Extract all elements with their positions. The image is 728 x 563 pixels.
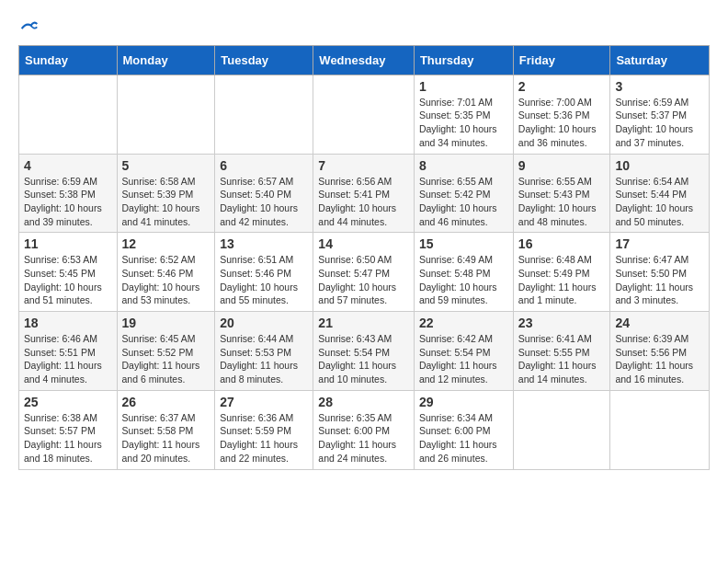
calendar-week-row: 18Sunrise: 6:46 AM Sunset: 5:51 PM Dayli… bbox=[19, 312, 710, 391]
calendar-cell: 5Sunrise: 6:58 AM Sunset: 5:39 PM Daylig… bbox=[117, 154, 215, 233]
day-number: 18 bbox=[24, 316, 112, 330]
day-info: Sunrise: 6:42 AM Sunset: 5:54 PM Dayligh… bbox=[419, 332, 508, 386]
day-number: 17 bbox=[615, 236, 704, 251]
day-info: Sunrise: 6:56 AM Sunset: 5:41 PM Dayligh… bbox=[318, 175, 409, 229]
day-number: 13 bbox=[220, 236, 308, 251]
calendar-cell: 1Sunrise: 7:01 AM Sunset: 5:35 PM Daylig… bbox=[414, 75, 513, 154]
calendar-week-row: 25Sunrise: 6:38 AM Sunset: 5:57 PM Dayli… bbox=[19, 390, 710, 469]
day-number: 9 bbox=[518, 158, 606, 173]
calendar-cell: 22Sunrise: 6:42 AM Sunset: 5:54 PM Dayli… bbox=[414, 312, 513, 391]
calendar-table: SundayMondayTuesdayWednesdayThursdayFrid… bbox=[18, 45, 710, 470]
day-number: 23 bbox=[518, 316, 606, 330]
day-info: Sunrise: 7:00 AM Sunset: 5:36 PM Dayligh… bbox=[518, 96, 606, 150]
day-info: Sunrise: 6:41 AM Sunset: 5:55 PM Dayligh… bbox=[518, 332, 606, 386]
day-number: 28 bbox=[318, 395, 409, 409]
calendar-cell bbox=[610, 390, 710, 469]
day-number: 20 bbox=[220, 316, 308, 330]
weekday-header: Wednesday bbox=[313, 45, 415, 75]
calendar-cell: 18Sunrise: 6:46 AM Sunset: 5:51 PM Dayli… bbox=[19, 312, 118, 391]
day-info: Sunrise: 6:48 AM Sunset: 5:49 PM Dayligh… bbox=[518, 253, 606, 307]
day-info: Sunrise: 6:36 AM Sunset: 5:59 PM Dayligh… bbox=[220, 411, 308, 465]
day-number: 29 bbox=[419, 395, 508, 409]
weekday-header: Thursday bbox=[414, 45, 513, 75]
calendar-cell: 17Sunrise: 6:47 AM Sunset: 5:50 PM Dayli… bbox=[610, 233, 710, 312]
day-number: 1 bbox=[419, 79, 508, 94]
day-info: Sunrise: 7:01 AM Sunset: 5:35 PM Dayligh… bbox=[419, 96, 508, 150]
day-number: 4 bbox=[24, 158, 112, 173]
day-info: Sunrise: 6:51 AM Sunset: 5:46 PM Dayligh… bbox=[220, 253, 308, 307]
calendar-cell: 6Sunrise: 6:57 AM Sunset: 5:40 PM Daylig… bbox=[215, 154, 313, 233]
day-number: 14 bbox=[318, 236, 409, 251]
day-info: Sunrise: 6:39 AM Sunset: 5:56 PM Dayligh… bbox=[615, 332, 704, 386]
day-number: 7 bbox=[318, 158, 409, 173]
calendar-cell: 13Sunrise: 6:51 AM Sunset: 5:46 PM Dayli… bbox=[215, 233, 313, 312]
day-number: 25 bbox=[24, 395, 112, 409]
day-info: Sunrise: 6:43 AM Sunset: 5:54 PM Dayligh… bbox=[318, 332, 409, 386]
calendar-week-row: 11Sunrise: 6:53 AM Sunset: 5:45 PM Dayli… bbox=[19, 233, 710, 312]
day-number: 27 bbox=[220, 395, 308, 409]
day-info: Sunrise: 6:47 AM Sunset: 5:50 PM Dayligh… bbox=[615, 253, 704, 307]
day-number: 6 bbox=[220, 158, 308, 173]
calendar-cell bbox=[117, 75, 215, 154]
day-number: 21 bbox=[318, 316, 409, 330]
day-info: Sunrise: 6:44 AM Sunset: 5:53 PM Dayligh… bbox=[220, 332, 308, 386]
day-number: 16 bbox=[518, 236, 606, 251]
day-info: Sunrise: 6:49 AM Sunset: 5:48 PM Dayligh… bbox=[419, 253, 508, 307]
day-info: Sunrise: 6:55 AM Sunset: 5:42 PM Dayligh… bbox=[419, 175, 508, 229]
weekday-header: Sunday bbox=[19, 45, 118, 75]
calendar-cell: 3Sunrise: 6:59 AM Sunset: 5:37 PM Daylig… bbox=[610, 75, 710, 154]
calendar-week-row: 4Sunrise: 6:59 AM Sunset: 5:38 PM Daylig… bbox=[19, 154, 710, 233]
day-number: 19 bbox=[122, 316, 210, 330]
calendar-cell: 21Sunrise: 6:43 AM Sunset: 5:54 PM Dayli… bbox=[313, 312, 415, 391]
calendar-cell: 24Sunrise: 6:39 AM Sunset: 5:56 PM Dayli… bbox=[610, 312, 710, 391]
day-number: 10 bbox=[615, 158, 704, 173]
calendar-cell: 10Sunrise: 6:54 AM Sunset: 5:44 PM Dayli… bbox=[610, 154, 710, 233]
day-info: Sunrise: 6:37 AM Sunset: 5:58 PM Dayligh… bbox=[122, 411, 210, 465]
day-number: 22 bbox=[419, 316, 508, 330]
weekday-header: Tuesday bbox=[215, 45, 313, 75]
calendar-cell: 12Sunrise: 6:52 AM Sunset: 5:46 PM Dayli… bbox=[117, 233, 215, 312]
day-number: 2 bbox=[518, 79, 606, 94]
calendar-cell: 11Sunrise: 6:53 AM Sunset: 5:45 PM Dayli… bbox=[19, 233, 118, 312]
calendar-cell: 9Sunrise: 6:55 AM Sunset: 5:43 PM Daylig… bbox=[513, 154, 610, 233]
calendar-cell: 8Sunrise: 6:55 AM Sunset: 5:42 PM Daylig… bbox=[414, 154, 513, 233]
day-number: 5 bbox=[122, 158, 210, 173]
day-info: Sunrise: 6:45 AM Sunset: 5:52 PM Dayligh… bbox=[122, 332, 210, 386]
day-info: Sunrise: 6:52 AM Sunset: 5:46 PM Dayligh… bbox=[122, 253, 210, 307]
calendar-cell: 27Sunrise: 6:36 AM Sunset: 5:59 PM Dayli… bbox=[215, 390, 313, 469]
calendar-cell: 26Sunrise: 6:37 AM Sunset: 5:58 PM Dayli… bbox=[117, 390, 215, 469]
day-number: 24 bbox=[615, 316, 704, 330]
calendar-cell: 7Sunrise: 6:56 AM Sunset: 5:41 PM Daylig… bbox=[313, 154, 415, 233]
calendar-cell: 2Sunrise: 7:00 AM Sunset: 5:36 PM Daylig… bbox=[513, 75, 610, 154]
calendar-cell: 25Sunrise: 6:38 AM Sunset: 5:57 PM Dayli… bbox=[19, 390, 118, 469]
day-info: Sunrise: 6:34 AM Sunset: 6:00 PM Dayligh… bbox=[419, 411, 508, 465]
day-info: Sunrise: 6:38 AM Sunset: 5:57 PM Dayligh… bbox=[24, 411, 112, 465]
calendar-cell: 15Sunrise: 6:49 AM Sunset: 5:48 PM Dayli… bbox=[414, 233, 513, 312]
weekday-header: Friday bbox=[513, 45, 610, 75]
day-info: Sunrise: 6:57 AM Sunset: 5:40 PM Dayligh… bbox=[220, 175, 308, 229]
day-info: Sunrise: 6:35 AM Sunset: 6:00 PM Dayligh… bbox=[318, 411, 409, 465]
calendar-cell bbox=[313, 75, 415, 154]
day-info: Sunrise: 6:55 AM Sunset: 5:43 PM Dayligh… bbox=[518, 175, 606, 229]
day-number: 11 bbox=[24, 236, 112, 251]
day-info: Sunrise: 6:58 AM Sunset: 5:39 PM Dayligh… bbox=[122, 175, 210, 229]
day-info: Sunrise: 6:50 AM Sunset: 5:47 PM Dayligh… bbox=[318, 253, 409, 307]
calendar-cell: 16Sunrise: 6:48 AM Sunset: 5:49 PM Dayli… bbox=[513, 233, 610, 312]
calendar-cell: 23Sunrise: 6:41 AM Sunset: 5:55 PM Dayli… bbox=[513, 312, 610, 391]
day-number: 3 bbox=[615, 79, 704, 94]
day-info: Sunrise: 6:54 AM Sunset: 5:44 PM Dayligh… bbox=[615, 175, 704, 229]
calendar-cell bbox=[513, 390, 610, 469]
calendar-cell: 20Sunrise: 6:44 AM Sunset: 5:53 PM Dayli… bbox=[215, 312, 313, 391]
calendar-week-row: 1Sunrise: 7:01 AM Sunset: 5:35 PM Daylig… bbox=[19, 75, 710, 154]
calendar-cell: 28Sunrise: 6:35 AM Sunset: 6:00 PM Dayli… bbox=[313, 390, 415, 469]
calendar-cell bbox=[19, 75, 118, 154]
day-number: 12 bbox=[122, 236, 210, 251]
calendar-cell: 19Sunrise: 6:45 AM Sunset: 5:52 PM Dayli… bbox=[117, 312, 215, 391]
calendar-cell: 4Sunrise: 6:59 AM Sunset: 5:38 PM Daylig… bbox=[19, 154, 118, 233]
day-number: 8 bbox=[419, 158, 508, 173]
day-number: 26 bbox=[122, 395, 210, 409]
day-info: Sunrise: 6:53 AM Sunset: 5:45 PM Dayligh… bbox=[24, 253, 112, 307]
day-number: 15 bbox=[419, 236, 508, 251]
day-info: Sunrise: 6:59 AM Sunset: 5:38 PM Dayligh… bbox=[24, 175, 112, 229]
weekday-header: Monday bbox=[117, 45, 215, 75]
